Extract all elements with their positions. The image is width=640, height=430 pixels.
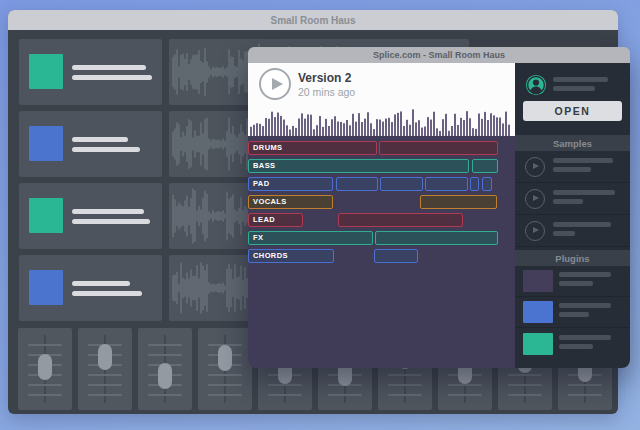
- clip-segment[interactable]: [482, 177, 492, 191]
- placeholder-line: [72, 209, 144, 214]
- placeholder-line: [559, 303, 611, 308]
- track-info-panel[interactable]: [19, 39, 162, 105]
- fader-tick: [448, 394, 482, 396]
- plugins-list: [515, 266, 630, 359]
- fader-tick: [148, 394, 182, 396]
- clip-segment[interactable]: [425, 177, 468, 191]
- sample-play-button[interactable]: [525, 221, 545, 241]
- fader-tick: [88, 374, 122, 376]
- track-text-placeholder: [72, 137, 140, 157]
- clip-segment[interactable]: [472, 159, 498, 173]
- user-avatar-icon: [525, 74, 547, 96]
- clip-segment[interactable]: [470, 177, 479, 191]
- splice-window-titlebar: Splice.com - Small Room Haus: [248, 47, 630, 63]
- plugin-row[interactable]: [515, 297, 630, 328]
- fader-handle[interactable]: [98, 344, 112, 370]
- mixer-channel-strip[interactable]: [18, 328, 72, 410]
- mixer-channel-strip[interactable]: [198, 328, 252, 410]
- fader-tick: [268, 394, 302, 396]
- version-panel: Version 2 20 mins ago: [248, 63, 515, 136]
- play-icon: [533, 195, 539, 201]
- track-color-swatch: [29, 126, 63, 161]
- version-timestamp: 20 mins ago: [298, 86, 355, 98]
- plugins-section-header: Plugins: [515, 250, 630, 266]
- splice-sidebar: OPEN Samples Plugins: [515, 63, 630, 368]
- placeholder-line: [72, 137, 128, 142]
- fader-tick: [208, 384, 242, 386]
- track-info-panel[interactable]: [19, 255, 162, 321]
- placeholder-line: [72, 65, 146, 70]
- play-icon: [272, 78, 283, 90]
- samples-section-header: Samples: [515, 135, 630, 151]
- track-info-panel[interactable]: [19, 111, 162, 177]
- track-color-swatch: [29, 270, 63, 305]
- placeholder-line: [553, 190, 615, 195]
- fader-handle[interactable]: [158, 363, 172, 389]
- plugin-thumbnail: [523, 270, 553, 292]
- placeholder-line: [553, 231, 575, 236]
- fader-tick: [28, 394, 62, 396]
- fader-handle[interactable]: [38, 354, 52, 380]
- clip-segment[interactable]: [380, 177, 423, 191]
- clip-segment[interactable]: VOCALS: [248, 195, 333, 209]
- open-button[interactable]: OPEN: [523, 101, 622, 121]
- fader-tick: [328, 394, 362, 396]
- arrangement-lane: DRUMS: [248, 141, 515, 155]
- sample-row[interactable]: [515, 183, 630, 215]
- plugin-text-placeholder: [559, 272, 611, 290]
- lane-label: PAD: [253, 179, 269, 189]
- play-icon: [533, 227, 539, 233]
- lane-label: VOCALS: [253, 197, 287, 207]
- fader-tick: [148, 344, 182, 346]
- clip-segment[interactable]: [420, 195, 497, 209]
- plugin-text-placeholder: [559, 303, 611, 321]
- track-color-swatch: [29, 198, 63, 233]
- fader-tick: [568, 394, 602, 396]
- placeholder-line: [72, 219, 150, 224]
- plugin-thumbnail: [523, 301, 553, 323]
- fader-tick: [148, 354, 182, 356]
- plugin-row[interactable]: [515, 266, 630, 297]
- fader-tick: [388, 384, 422, 386]
- fader-tick: [508, 384, 542, 386]
- mixer-channel-strip[interactable]: [138, 328, 192, 410]
- user-profile-row[interactable]: [515, 63, 630, 101]
- clip-segment[interactable]: [336, 177, 378, 191]
- sample-text-placeholder: [553, 222, 611, 240]
- arrangement-lane: LEAD: [248, 213, 515, 227]
- audio-waveform: [250, 105, 513, 136]
- play-button[interactable]: [259, 68, 291, 100]
- clip-segment[interactable]: [338, 213, 463, 227]
- clip-segment[interactable]: [375, 231, 498, 245]
- clip-segment[interactable]: PAD: [248, 177, 333, 191]
- sample-play-button[interactable]: [525, 157, 545, 177]
- placeholder-line: [559, 312, 589, 317]
- sample-play-button[interactable]: [525, 189, 545, 209]
- track-text-placeholder: [72, 65, 152, 85]
- clip-segment[interactable]: LEAD: [248, 213, 303, 227]
- placeholder-line: [553, 167, 591, 172]
- clip-segment[interactable]: BASS: [248, 159, 469, 173]
- arrangement-lane: CHORDS: [248, 249, 515, 263]
- clip-segment[interactable]: CHORDS: [248, 249, 334, 263]
- track-info-panel[interactable]: [19, 183, 162, 249]
- sample-row[interactable]: [515, 215, 630, 247]
- plugin-text-placeholder: [559, 335, 611, 353]
- track-color-swatch: [29, 54, 63, 89]
- clip-segment[interactable]: FX: [248, 231, 373, 245]
- fader-tick: [268, 384, 302, 386]
- arrangement-lane: VOCALS: [248, 195, 515, 209]
- daw-window-titlebar: Small Room Haus: [8, 10, 618, 30]
- fader-tick: [508, 394, 542, 396]
- clip-segment[interactable]: [374, 249, 418, 263]
- fader-tick: [28, 344, 62, 346]
- clip-segment[interactable]: DRUMS: [248, 141, 377, 155]
- clip-segment[interactable]: [379, 141, 498, 155]
- sample-text-placeholder: [553, 190, 615, 208]
- plugin-row[interactable]: [515, 328, 630, 359]
- fader-tick: [28, 384, 62, 386]
- fader-handle[interactable]: [218, 345, 232, 371]
- sample-text-placeholder: [553, 158, 613, 176]
- sample-row[interactable]: [515, 151, 630, 183]
- mixer-channel-strip[interactable]: [78, 328, 132, 410]
